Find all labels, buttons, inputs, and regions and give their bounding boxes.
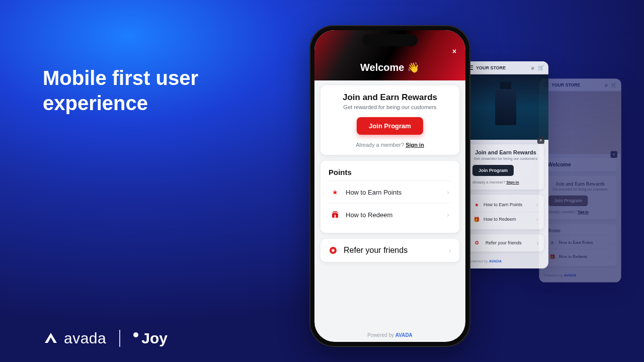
join-program-button[interactable]: Join Program (357, 117, 423, 135)
join-title: Join and Earn Rewards (329, 93, 451, 103)
perfume-icon (495, 89, 516, 125)
avada-mark-icon (43, 331, 60, 346)
mini-points-card: Points ★ How to Earn Points › 🎁 How to R… (543, 223, 617, 266)
mini-powered-brand-link[interactable]: AVADA (564, 273, 577, 278)
mini-powered-brand-link[interactable]: AVADA (489, 259, 502, 263)
badge-icon: ✪ (472, 238, 481, 247)
mini-already-prefix: Already a member? (472, 180, 507, 185)
mini-join-title: Join and Earn Rewards (548, 180, 612, 187)
chevron-right-icon: › (449, 246, 451, 254)
mini-row-label: How to Redeem (484, 217, 516, 222)
mini-store-preview-1: YOUR STORE ⌕ 🛒 × Join and Earn Rewards G… (463, 61, 548, 268)
row-label: How to Earn Points (346, 189, 401, 196)
powered-prefix: Powered by (367, 332, 395, 338)
chevron-right-icon: › (447, 211, 449, 219)
avada-logo: avada (43, 330, 106, 347)
star-icon: ★ (473, 202, 479, 208)
mini-store-preview-2: YOUR STORE ⌕ 🛒 × Welcome Join and Earn R… (539, 78, 621, 282)
search-icon[interactable]: ⌕ (531, 65, 534, 70)
chevron-right-icon: › (609, 240, 611, 245)
chevron-right-icon: › (536, 202, 538, 208)
mini-refer-label: Refer your friends (486, 240, 522, 245)
store-name: YOUR STORE (551, 82, 580, 87)
search-icon[interactable]: ⌕ (605, 82, 608, 87)
phone-frame: Welcome 👋 × Join and Earn Rewards Get re… (309, 25, 470, 347)
mini-row-label: How to Redeem (559, 254, 587, 259)
points-card: Points ★ How to Earn Points › How to Red… (320, 161, 459, 233)
mini-body: Join and Earn Rewards Get rewarded for b… (463, 140, 548, 256)
mini-powered-prefix: Powered by (544, 273, 564, 278)
mini-hero-image (463, 74, 548, 140)
mini-join-title: Join and Earn Rewards (472, 149, 539, 155)
refer-label: Refer your friends (344, 246, 408, 255)
chevron-right-icon: › (609, 253, 611, 259)
refer-card[interactable]: Refer your friends › (320, 239, 459, 262)
mini-body: Welcome Join and Earn Rewards Get reward… (539, 154, 621, 270)
welcome-title: Welcome 👋 (360, 61, 420, 73)
mini-row-label: How to Earn Points (484, 202, 522, 207)
close-icon[interactable]: × (537, 137, 544, 144)
close-icon[interactable]: × (450, 47, 458, 55)
mini-row-earn[interactable]: ★ How to Earn Points › (472, 198, 539, 212)
mini-row-label: How to Earn Points (559, 240, 593, 245)
row-earn-points[interactable]: ★ How to Earn Points › (329, 180, 451, 203)
mini-welcome-card: Welcome (543, 158, 617, 171)
phone-content: Join and Earn Rewards Get rewarded for b… (314, 80, 465, 328)
chevron-right-icon: › (536, 217, 538, 222)
row-redeem[interactable]: How to Redeem › (329, 203, 451, 226)
mini-join-sub: Get rewarded for being our customers (472, 156, 539, 161)
mini-join-button[interactable]: Join Program (472, 165, 514, 176)
already-prefix: Already a member? (356, 142, 406, 148)
powered-brand-link[interactable]: AVADA (395, 332, 413, 338)
chevron-right-icon: › (447, 188, 449, 196)
cart-icon[interactable]: 🛒 (611, 82, 617, 87)
logo-divider (119, 330, 120, 347)
chevron-right-icon: › (536, 239, 539, 247)
already-member-text: Already a member? Sign in (329, 142, 451, 148)
mini-powered-by: Powered by AVADA (463, 256, 548, 268)
close-icon[interactable]: × (610, 151, 617, 157)
sign-in-link[interactable]: Sign in (406, 142, 424, 148)
store-name: YOUR STORE (476, 65, 506, 70)
mini-sign-in-link[interactable]: Sign in (578, 210, 588, 215)
gift-icon: 🎁 (549, 253, 555, 259)
avada-wordmark: avada (64, 330, 106, 347)
mini-hero-image (539, 91, 621, 154)
join-subtitle: Get rewarded for being our customers (329, 104, 451, 110)
mini-join-card: Join and Earn Rewards Get rewarded for b… (543, 175, 617, 219)
powered-by: Powered by AVADA (314, 328, 465, 342)
mini-join-button[interactable]: Join Program (548, 196, 588, 206)
badge-icon (329, 246, 338, 255)
logos-row: avada Joy (43, 330, 168, 347)
page-headline: Mobile first user experience (43, 65, 234, 116)
mini-row-redeem[interactable]: 🎁 How to Redeem › (548, 249, 612, 263)
phone-screen: Welcome 👋 × Join and Earn Rewards Get re… (314, 30, 465, 342)
mini-join-sub: Get rewarded for being our customers (548, 187, 612, 192)
star-icon: ★ (549, 239, 555, 245)
mini-powered-by: Powered by AVADA (539, 270, 621, 283)
mini-already: Already a member? Sign in (472, 180, 539, 185)
joy-logo: Joy (133, 330, 168, 347)
joy-wordmark: Joy (141, 330, 168, 347)
mini-topbar: YOUR STORE ⌕ 🛒 (463, 61, 548, 74)
mini-sign-in-link[interactable]: Sign in (507, 180, 519, 185)
mini-topbar: YOUR STORE ⌕ 🛒 (539, 78, 621, 91)
phone-notch (362, 34, 418, 46)
gift-icon: 🎁 (473, 216, 479, 222)
mini-already: Already a member? Sign in (548, 210, 612, 215)
mini-already-prefix: Already a member? (548, 210, 578, 215)
mini-refer-card[interactable]: ✪ Refer your friends › (467, 234, 544, 252)
mini-points-title: Points (548, 227, 612, 235)
svg-rect-2 (332, 214, 338, 215)
star-icon: ★ (331, 188, 340, 197)
svg-point-4 (335, 212, 337, 214)
mini-points-card: ★ How to Earn Points › 🎁 How to Redeem › (467, 194, 544, 230)
joy-dot-icon (133, 332, 138, 337)
cart-icon[interactable]: 🛒 (538, 65, 544, 70)
gift-icon (331, 210, 340, 219)
mini-join-card: Join and Earn Rewards Get rewarded for b… (467, 144, 544, 190)
row-label: How to Redeem (346, 211, 392, 219)
mini-row-earn[interactable]: ★ How to Earn Points › (548, 235, 612, 249)
mini-row-redeem[interactable]: 🎁 How to Redeem › (472, 212, 539, 226)
mini-powered-prefix: Powered by (468, 259, 489, 263)
